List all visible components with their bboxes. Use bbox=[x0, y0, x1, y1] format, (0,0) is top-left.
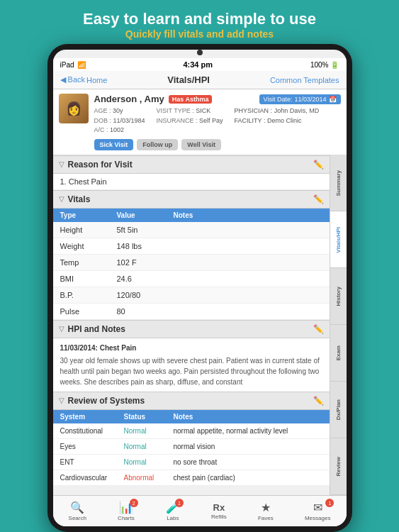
ros-edit-icon[interactable]: ✏️ bbox=[313, 396, 324, 406]
charts-badge: 2 bbox=[130, 499, 138, 507]
refills-icon: Rx bbox=[213, 502, 225, 513]
vitals-table-header: Type Value Notes bbox=[53, 209, 330, 222]
table-row: B.P. 120/80 bbox=[53, 287, 330, 304]
battery-level: 100% bbox=[310, 61, 329, 69]
sick-visit-button[interactable]: Sick Visit bbox=[94, 139, 134, 150]
well-visit-button[interactable]: Well Visit bbox=[181, 139, 221, 150]
triangle-icon: ▽ bbox=[59, 160, 64, 168]
ros-table-header: System Status Notes bbox=[53, 410, 330, 423]
ros-body: System Status Notes Constitutional Norma… bbox=[53, 410, 330, 486]
promo-subtitle: Quickly fill vitals and add notes bbox=[83, 28, 316, 40]
right-sidebar: Summary Vitals/HPI History Exam Dx/Plan bbox=[330, 155, 347, 496]
camera-notch bbox=[197, 50, 203, 55]
vitals-edit-icon[interactable]: ✏️ bbox=[313, 194, 324, 204]
sidebar-tab-vitals-hpi[interactable]: Vitals/HPI bbox=[330, 211, 347, 268]
reason-visit-title: Reason for Visit bbox=[68, 160, 133, 170]
patient-age: AGE : 30y bbox=[94, 106, 145, 116]
back-label: ◀ Back bbox=[60, 75, 86, 84]
common-templates-button[interactable]: Common Templates bbox=[270, 76, 339, 84]
reason-visit-item: 1. Chest Pain bbox=[53, 174, 330, 190]
bottom-tab-bar: 🔍 Search 📊 Charts 2 🧪 Labs 1 Rx Refills bbox=[53, 495, 347, 526]
ros-triangle-icon: ▽ bbox=[59, 397, 64, 404]
vitals-triangle-icon: ▽ bbox=[59, 195, 64, 203]
calendar-icon: 📅 bbox=[329, 96, 337, 103]
battery-icon: 🔋 bbox=[330, 61, 339, 69]
main-content: ▽ Reason for Visit ✏️ 1. Chest Pain ▽ Vi… bbox=[53, 155, 347, 496]
physician: PHYSICIAN : John Davis, MD bbox=[235, 106, 320, 116]
faves-icon: ★ bbox=[261, 501, 271, 514]
device-label: iPad bbox=[60, 61, 74, 69]
insurance: INSURANCE : Self Pay bbox=[157, 116, 223, 126]
status-left: iPad 📶 bbox=[60, 61, 86, 69]
nav-bar: ◀ Back Home Vitals/HPI Common Templates bbox=[53, 71, 347, 89]
table-row: ENT Normal no sore throat bbox=[53, 455, 330, 470]
table-row: Height 5ft 5in bbox=[53, 222, 330, 238]
sidebar-tab-exam[interactable]: Exam bbox=[330, 325, 347, 382]
sidebar-tab-review[interactable]: Review bbox=[330, 438, 347, 495]
vitals-title: Vitals bbox=[68, 194, 91, 204]
table-row: Cardiovascular Abnormal chest pain (card… bbox=[53, 470, 330, 486]
table-row: Eyes Normal normal vision bbox=[53, 439, 330, 455]
vitals-col-notes: Notes bbox=[174, 211, 322, 219]
table-row: Constitutional Normal normal appetite, n… bbox=[53, 423, 330, 439]
nav-back-button[interactable]: ◀ Back Home bbox=[60, 75, 108, 84]
vitals-header: ▽ Vitals ✏️ bbox=[53, 190, 330, 209]
reason-visit-body: 1. Chest Pain bbox=[53, 174, 330, 190]
sidebar-tab-dxplan[interactable]: Dx/Plan bbox=[330, 382, 347, 438]
vitals-col-value: Value bbox=[117, 211, 174, 219]
ros-header: ▽ Review of Systems ✏️ bbox=[53, 392, 330, 410]
table-row: Weight 148 lbs bbox=[53, 238, 330, 255]
patient-info: Anderson , Amy Has Asthma Visit Date: 11… bbox=[94, 94, 341, 150]
patient-name-row: Anderson , Amy Has Asthma Visit Date: 11… bbox=[94, 94, 341, 104]
scroll-area[interactable]: ▽ Reason for Visit ✏️ 1. Chest Pain ▽ Vi… bbox=[53, 155, 330, 496]
promo-title: Easy to learn and simple to use bbox=[83, 10, 316, 28]
messages-badge: 1 bbox=[325, 499, 334, 507]
asthma-badge: Has Asthma bbox=[169, 95, 213, 104]
patient-visit-details: VISIT TYPE : SICK INSURANCE : Self Pay bbox=[157, 106, 223, 135]
hpi-date: 11/03/2014: Chest Pain bbox=[60, 343, 322, 353]
reason-visit-header: ▽ Reason for Visit ✏️ bbox=[53, 155, 330, 174]
tab-labs[interactable]: 🧪 Labs 1 bbox=[166, 501, 180, 521]
table-row: Temp 102 F bbox=[53, 255, 330, 271]
ros-col-status: Status bbox=[124, 413, 174, 421]
patient-left-details: AGE : 30y DOB : 11/03/1984 A/C : 1002 bbox=[94, 106, 145, 135]
home-label: Home bbox=[86, 76, 107, 84]
sidebar-tab-summary[interactable]: Summary bbox=[330, 155, 347, 212]
table-row: Pulse 80 bbox=[53, 304, 330, 320]
tab-search[interactable]: 🔍 Search bbox=[69, 501, 86, 521]
search-icon: 🔍 bbox=[70, 501, 84, 514]
followup-button[interactable]: Follow up bbox=[137, 139, 178, 150]
patient-ac: A/C : 1002 bbox=[94, 126, 145, 135]
visit-buttons: Sick Visit Follow up Well Visit bbox=[94, 139, 341, 150]
hpi-header: ▽ HPI and Notes ✏️ bbox=[53, 320, 330, 338]
patient-details: AGE : 30y DOB : 11/03/1984 A/C : 1002 VI… bbox=[94, 106, 341, 135]
hpi-triangle-icon: ▽ bbox=[59, 325, 64, 333]
patient-top-row: 👩 Anderson , Amy Has Asthma Visit Date: … bbox=[59, 94, 341, 150]
screen: iPad 📶 4:34 pm 100% 🔋 ◀ Back Home Vitals… bbox=[53, 50, 347, 526]
labs-badge: 1 bbox=[175, 499, 184, 507]
device-frame: iPad 📶 4:34 pm 100% 🔋 ◀ Back Home Vitals… bbox=[47, 44, 352, 532]
status-bar: iPad 📶 4:34 pm 100% 🔋 bbox=[53, 58, 347, 71]
table-row: BMI 24.6 bbox=[53, 271, 330, 287]
sidebar-tab-history[interactable]: History bbox=[330, 268, 347, 325]
tab-faves[interactable]: ★ Faves bbox=[258, 501, 274, 521]
visit-date-label: Visit Date: bbox=[264, 96, 293, 103]
status-time: 4:34 pm bbox=[183, 60, 213, 69]
visit-type: VISIT TYPE : SICK bbox=[157, 106, 223, 116]
facility: FACILITY : Demo Clinic bbox=[235, 116, 320, 126]
status-right: 100% 🔋 bbox=[310, 61, 339, 69]
hpi-body: 11/03/2014: Chest Pain 30 year old femal… bbox=[53, 338, 330, 392]
tab-charts[interactable]: 📊 Charts 2 bbox=[118, 501, 135, 521]
hpi-edit-icon[interactable]: ✏️ bbox=[313, 324, 324, 334]
ros-title: Review of Systems bbox=[68, 396, 145, 406]
vitals-col-type: Type bbox=[60, 211, 117, 219]
visit-date-value: 11/03/2014 bbox=[294, 96, 326, 103]
patient-header: 👩 Anderson , Amy Has Asthma Visit Date: … bbox=[53, 89, 347, 155]
tab-messages[interactable]: ✉ Messages 1 bbox=[305, 501, 330, 521]
wifi-icon: 📶 bbox=[77, 61, 86, 69]
tab-refills[interactable]: Rx Refills bbox=[211, 502, 227, 520]
messages-icon: ✉ bbox=[313, 501, 322, 514]
patient-name: Anderson , Amy bbox=[94, 94, 164, 104]
patient-dob: DOB : 11/03/1984 bbox=[94, 116, 145, 126]
reason-edit-icon[interactable]: ✏️ bbox=[313, 160, 324, 170]
